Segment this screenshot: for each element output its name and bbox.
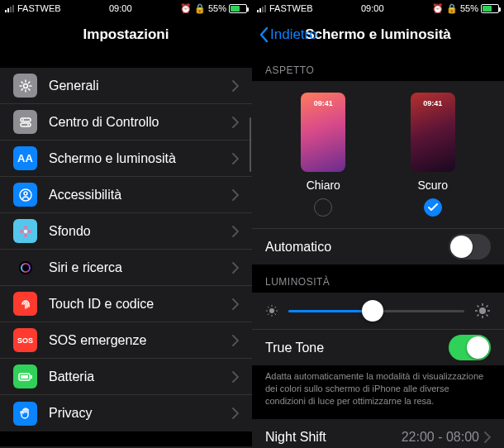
truetone-row: True Tone (252, 329, 504, 365)
nightshift-label: Night Shift (265, 430, 402, 445)
chevron-right-icon (232, 189, 239, 201)
settings-row[interactable]: Accessibilità (0, 177, 252, 213)
status-time: 09:00 (109, 3, 132, 13)
battery-icon (229, 4, 247, 13)
row-label: Touch ID e codice (49, 297, 232, 312)
carrier-label: FASTWEB (17, 3, 61, 13)
svg-point-6 (24, 192, 27, 195)
chevron-right-icon (232, 153, 239, 164)
siri-icon (13, 255, 37, 279)
svg-line-36 (478, 306, 479, 307)
nightshift-row[interactable]: Night Shift 22:00 - 08:00 (252, 419, 504, 448)
svg-line-38 (478, 315, 479, 317)
row-label: Batteria (49, 369, 232, 384)
settings-list[interactable]: GeneraliCentro di ControlloAASchermo e l… (0, 53, 252, 448)
hand-icon (13, 402, 37, 426)
svg-rect-16 (21, 375, 28, 379)
appearance-light-label: Chiaro (307, 179, 340, 192)
svg-point-8 (24, 226, 27, 229)
automatic-row: Automatico (252, 228, 504, 265)
svg-point-11 (28, 230, 31, 233)
settings-row[interactable]: Sfondo (0, 213, 252, 250)
svg-rect-1 (21, 118, 31, 122)
chevron-right-icon (232, 262, 239, 274)
settings-screen: FASTWEB 09:00 ⏰ 🔒 55% Impostazioni Gener… (0, 0, 252, 448)
chevron-right-icon (232, 335, 239, 346)
svg-line-39 (487, 306, 488, 307)
status-bar: FASTWEB 09:00 ⏰ 🔒 55% (0, 0, 252, 17)
chevron-right-icon (232, 298, 239, 310)
gear-icon (13, 74, 37, 98)
battery-icon (481, 4, 499, 13)
row-label: Generali (49, 79, 232, 93)
appearance-dark-label: Scuro (417, 179, 448, 192)
radio-unchecked[interactable] (314, 198, 332, 217)
row-label: Sfondo (49, 224, 232, 239)
appearance-dark-option[interactable]: 09:41 Scuro (411, 93, 455, 217)
radio-checked[interactable] (424, 198, 442, 217)
settings-row[interactable]: SOSSOS emergenze (0, 322, 252, 359)
row-label: SOS emergenze (49, 333, 232, 348)
appearance-selector: 09:41 Chiaro 09:41 Scuro (252, 81, 504, 228)
nav-bar: Indietro Schermo e luminosità (252, 17, 504, 53)
row-label: Centro di Controllo (49, 115, 232, 130)
svg-point-7 (24, 230, 27, 233)
settings-row[interactable]: Touch ID e codice (0, 286, 252, 322)
rotation-lock-icon: 🔒 (194, 3, 206, 14)
rotation-lock-icon: 🔒 (446, 3, 458, 14)
chevron-left-icon (259, 26, 269, 43)
alarm-icon: ⏰ (432, 3, 444, 14)
svg-line-29 (268, 314, 269, 316)
nightshift-value: 22:00 - 08:00 (402, 430, 479, 445)
sun-small-icon (265, 304, 278, 317)
svg-point-31 (479, 307, 486, 314)
settings-row[interactable]: AASchermo e luminosità (0, 141, 252, 177)
battery-icon (13, 365, 37, 388)
settings-row[interactable]: Privacy (0, 395, 252, 431)
truetone-toggle[interactable] (449, 335, 491, 360)
checkmark-icon (428, 203, 438, 212)
chevron-right-icon (232, 117, 239, 128)
svg-point-0 (23, 83, 27, 88)
settings-row[interactable]: Generali (0, 68, 252, 104)
svg-rect-15 (31, 375, 32, 379)
SOS-icon: SOS (13, 328, 37, 352)
carrier-label: FASTWEB (269, 3, 313, 13)
svg-line-37 (487, 315, 488, 317)
automatic-toggle[interactable] (449, 234, 491, 260)
row-label: Schermo e luminosità (49, 151, 232, 166)
flower-icon (13, 219, 37, 243)
svg-point-9 (24, 234, 27, 237)
scroll-indicator[interactable] (250, 117, 252, 172)
settings-row[interactable]: Siri e ricerca (0, 250, 252, 286)
row-label: Privacy (49, 406, 232, 421)
alarm-icon: ⏰ (180, 3, 192, 14)
chevron-right-icon (232, 80, 239, 92)
signal-icon (5, 5, 14, 12)
dark-thumbnail: 09:41 (411, 93, 455, 172)
settings-row[interactable]: Batteria (0, 359, 252, 395)
switches-icon (13, 110, 37, 134)
brightness-slider-row (252, 293, 504, 329)
chevron-right-icon (232, 371, 239, 383)
svg-point-10 (20, 230, 23, 233)
section-header-brightness: LUMINOSITÀ (252, 265, 504, 293)
page-title: Schermo e luminosità (305, 26, 451, 43)
battery-percent: 55% (460, 3, 478, 13)
brightness-slider[interactable] (288, 310, 464, 312)
svg-point-2 (22, 119, 24, 121)
display-brightness-screen: FASTWEB 09:00 ⏰ 🔒 55% Indietro Schermo e… (252, 0, 504, 448)
truetone-description: Adatta automaticamente la modalità di vi… (252, 365, 504, 419)
fingerprint-icon (13, 292, 37, 316)
person-icon (13, 183, 37, 207)
section-header-aspect: ASPETTO (252, 53, 504, 81)
settings-row[interactable]: Centro di Controllo (0, 104, 252, 141)
svg-point-4 (27, 124, 29, 126)
svg-line-30 (275, 307, 277, 308)
row-label: Accessibilità (49, 188, 232, 203)
sun-large-icon (474, 303, 491, 319)
back-button[interactable]: Indietro (259, 26, 317, 43)
row-label: Siri e ricerca (49, 260, 232, 275)
appearance-light-option[interactable]: 09:41 Chiaro (301, 93, 345, 217)
status-time: 09:00 (361, 3, 384, 13)
